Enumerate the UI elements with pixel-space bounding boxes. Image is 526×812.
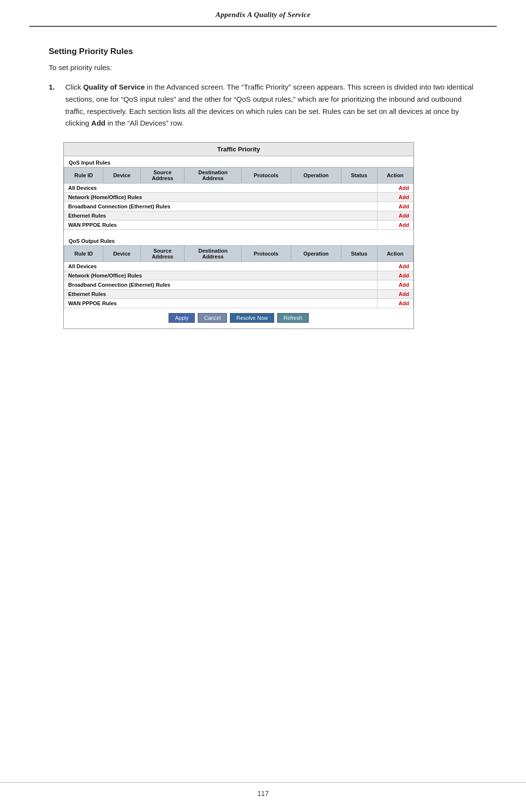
step-number: 1. (49, 81, 60, 129)
header-text: Appendix A Quality of Service (216, 11, 311, 18)
col-dest-addr: DestinationAddress (185, 167, 242, 184)
col-operation: Operation (291, 167, 341, 184)
page-header: Appendix A Quality of Service (29, 0, 497, 27)
col-action: Action (377, 167, 413, 184)
input-row-broadband: Broadband Connection (Ethernet) Rules Ad… (64, 202, 413, 211)
ui-buttons-row: Apply Cancel Resolve Now Refresh (64, 308, 413, 329)
out-col-source-addr: SourceAddress (140, 246, 185, 262)
output-row-wan-add[interactable]: Add (377, 299, 413, 308)
qos-output-table: Rule ID Device SourceAddress Destination… (64, 245, 413, 308)
resolve-now-button[interactable]: Resolve Now (230, 313, 274, 323)
page-footer: 117 (0, 782, 526, 797)
output-row-ethernet-label: Ethernet Rules (64, 290, 377, 299)
out-col-protocols: Protocols (242, 246, 291, 262)
out-col-operation: Operation (291, 246, 341, 262)
out-col-status: Status (341, 246, 377, 262)
output-row-ethernet: Ethernet Rules Add (64, 290, 413, 299)
output-row-all-devices-add[interactable]: Add (377, 262, 413, 271)
apply-button[interactable]: Apply (169, 313, 195, 323)
col-status: Status (341, 167, 377, 184)
ui-box-title: Traffic Priority (64, 143, 413, 156)
output-row-network-add[interactable]: Add (377, 271, 413, 280)
out-col-rule-id: Rule ID (64, 246, 103, 262)
output-row-network-label: Network (Home/Office) Rules (64, 271, 377, 280)
output-row-broadband: Broadband Connection (Ethernet) Rules Ad… (64, 280, 413, 290)
output-row-wan: WAN PPPOE Rules Add (64, 299, 413, 308)
input-row-ethernet-add[interactable]: Add (377, 211, 413, 221)
input-row-network-label: Network (Home/Office) Rules (64, 193, 377, 202)
output-table-header-row: Rule ID Device SourceAddress Destination… (64, 246, 413, 262)
input-row-network: Network (Home/Office) Rules Add (64, 193, 413, 202)
out-col-action: Action (377, 246, 413, 262)
input-row-wan: WAN PPPOE Rules Add (64, 221, 413, 230)
col-source-addr: SourceAddress (140, 167, 185, 184)
output-row-broadband-add[interactable]: Add (377, 280, 413, 290)
refresh-button[interactable]: Refresh (277, 313, 309, 323)
qos-input-label: QoS Input Rules (64, 156, 413, 167)
input-row-all-devices-add[interactable]: Add (377, 184, 413, 193)
out-col-device: Device (103, 246, 140, 262)
output-row-broadband-label: Broadband Connection (Ethernet) Rules (64, 280, 377, 290)
qos-output-label: QoS Output Rules (64, 235, 413, 245)
step-text: Click Quality of Service in the Advanced… (65, 81, 477, 129)
input-row-all-devices-label: All Devices (64, 184, 377, 193)
output-row-ethernet-add[interactable]: Add (377, 290, 413, 299)
col-rule-id: Rule ID (64, 167, 103, 184)
intro-text: To set priority rules: (49, 63, 477, 72)
cancel-button[interactable]: Cancel (198, 313, 227, 323)
qos-input-table: Rule ID Device SourceAddress Destination… (64, 167, 413, 230)
input-row-broadband-label: Broadband Connection (Ethernet) Rules (64, 202, 377, 211)
input-row-all-devices: All Devices Add (64, 184, 413, 193)
page-number: 117 (257, 790, 268, 797)
traffic-priority-ui-box: Traffic Priority QoS Input Rules Rule ID… (63, 142, 414, 329)
output-row-all-devices-label: All Devices (64, 262, 377, 271)
step-1-paragraph: 1. Click Quality of Service in the Advan… (49, 81, 477, 129)
input-row-network-add[interactable]: Add (377, 193, 413, 202)
section-title: Setting Priority Rules (49, 47, 477, 56)
input-table-header-row: Rule ID Device SourceAddress Destination… (64, 167, 413, 184)
input-row-ethernet: Ethernet Rules Add (64, 211, 413, 221)
col-protocols: Protocols (242, 167, 291, 184)
input-row-ethernet-label: Ethernet Rules (64, 211, 377, 221)
input-row-wan-add[interactable]: Add (377, 221, 413, 230)
output-row-network: Network (Home/Office) Rules Add (64, 271, 413, 280)
input-row-wan-label: WAN PPPOE Rules (64, 221, 377, 230)
out-col-dest-addr: DestinationAddress (185, 246, 242, 262)
col-device: Device (103, 167, 140, 184)
page-content: Setting Priority Rules To set priority r… (0, 27, 526, 373)
output-row-wan-label: WAN PPPOE Rules (64, 299, 377, 308)
input-row-broadband-add[interactable]: Add (377, 202, 413, 211)
output-row-all-devices: All Devices Add (64, 262, 413, 271)
